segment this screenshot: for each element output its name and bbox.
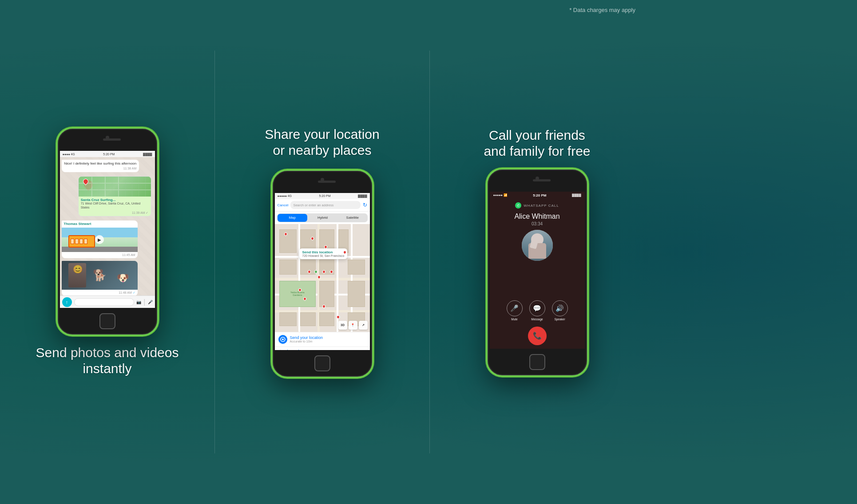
location-map-thumbnail: [79, 177, 151, 197]
phone-speaker-3: [533, 179, 551, 181]
home-button-3[interactable]: [529, 354, 545, 370]
thomas-stewart-video: Thomas Stewart: [62, 220, 138, 258]
data-charges-notice: * Data charges may apply: [569, 7, 635, 13]
sent-location-bubble: Santa Cruz Surfing... 71 West Cliff Driv…: [62, 175, 153, 218]
map-pin-10: [298, 288, 302, 291]
tab-map[interactable]: Map: [278, 214, 307, 222]
speaker-button[interactable]: 🔊: [552, 300, 568, 316]
map-view-tabs: Map Hybrid Satellite: [277, 213, 368, 222]
map-pin-2: [311, 237, 314, 240]
map-battery: ▓▓▓▓: [358, 194, 367, 197]
speaker-control[interactable]: 🔊 Speaker: [552, 300, 568, 321]
map-bottom-panel: Send your location Accurate to 10m ⌃ Sho…: [275, 332, 370, 350]
map-location-button[interactable]: ↗: [359, 321, 368, 330]
map-screen: ●●●●● 4G 5:20 PM ▓▓▓▓ Cancel Search or e…: [275, 193, 370, 350]
home-button-2[interactable]: [314, 355, 330, 371]
mute-button[interactable]: 🎤: [507, 300, 523, 316]
map-pin-3: [324, 245, 327, 248]
section-location: Share your location or nearby places ●●●…: [215, 0, 429, 504]
map-refresh-icon[interactable]: ↻: [363, 202, 367, 208]
message-button[interactable]: 💬: [529, 300, 545, 316]
location-name: Santa Cruz Surfing...: [81, 198, 149, 202]
whatsapp-icon: ✆: [515, 202, 521, 209]
sender-name: Thomas Stewart: [62, 220, 138, 227]
map-3d-button[interactable]: 3D: [338, 321, 347, 330]
map-pin-9: [317, 276, 321, 279]
call-interface: ●●●●● 📶 5:20 PM ▓▓▓▓ ✆ WHATSAPP CALL Ali…: [490, 192, 585, 349]
call-controls: 🎤 Mute 💬 Message 🔊 Speaker: [490, 297, 585, 324]
message-time: 11:45 AM: [62, 252, 138, 258]
call-signal: ●●●●● 📶: [493, 193, 508, 197]
phone-chat: ●●●● 4G 5:20 PM ▓▓▓▓ Nice! I definitely …: [56, 127, 159, 336]
phone-speaker: [103, 138, 121, 141]
tab-hybrid[interactable]: Hybrid: [308, 213, 337, 222]
tooltip-address: 720 Howard St, San Francisco: [302, 254, 345, 257]
home-button[interactable]: [99, 313, 115, 329]
map-pin-4: [343, 251, 346, 254]
tooltip-title: Send this location: [302, 250, 345, 254]
map-pin-11: [303, 297, 306, 300]
send-button[interactable]: ↑: [62, 297, 72, 307]
map-pin-5: [308, 270, 311, 273]
send-location-icon: [278, 335, 287, 344]
chevron-up-icon: ⌃: [278, 349, 282, 350]
search-placeholder: Search or enter an address: [293, 203, 333, 207]
section-call: * Data charges may apply Call your frien…: [430, 0, 644, 504]
chat-screen: ●●●● 4G 5:20 PM ▓▓▓▓ Nice! I definitely …: [60, 151, 155, 308]
send-location-text: Send your location Accurate to 10m: [290, 335, 323, 343]
section1-title: Send photos and videos instantly: [36, 345, 179, 377]
message-input[interactable]: [74, 298, 135, 306]
message-time: 11:38 AM: [64, 166, 137, 170]
end-call-button[interactable]: 📞: [524, 323, 550, 349]
show-places-row[interactable]: ⌃ Show Places: [275, 347, 370, 350]
call-app-label: ✆ WHATSAPP CALL: [490, 199, 585, 210]
time-display: 5:20 PM: [103, 153, 115, 156]
tab-satellite[interactable]: Satellite: [337, 213, 367, 222]
call-duration: 03:34: [490, 221, 585, 226]
section3-title: Call your friends and family for free: [484, 127, 590, 159]
send-location-row[interactable]: Send your location Accurate to 10m: [275, 332, 370, 347]
chat-input-bar: ↑ 📷 | 🎤: [60, 295, 155, 308]
camera-icon[interactable]: 📷: [136, 300, 141, 304]
location-tooltip: Send this location 720 Howard St, San Fr…: [299, 248, 348, 259]
avatar-image: [522, 230, 553, 261]
call-screen: ●●●●● 📶 5:20 PM ▓▓▓▓ ✆ WHATSAPP CALL Ali…: [490, 192, 585, 349]
call-time: 5:20 PM: [533, 193, 546, 197]
phone-call: ●●●●● 📶 5:20 PM ▓▓▓▓ ✆ WHATSAPP CALL Ali…: [486, 168, 588, 377]
message-control[interactable]: 💬 Message: [529, 300, 545, 321]
section2-title: Share your location or nearby places: [265, 126, 380, 158]
map-compass-button[interactable]: 📍: [349, 321, 357, 330]
phone-speaker-2: [318, 181, 336, 183]
map-pin-6: [314, 270, 317, 273]
call-battery: ▓▓▓▓: [572, 193, 581, 197]
location-info: Santa Cruz Surfing... 71 West Cliff Driv…: [79, 197, 151, 211]
map-time: 5:20 PM: [319, 194, 330, 197]
signal-dots: ●●●●● 4G: [278, 194, 292, 197]
section1-text: Send photos and videos instantly: [36, 345, 179, 377]
message-label: Message: [531, 318, 543, 321]
speaker-label: Speaker: [554, 318, 565, 321]
chat-messages-list: Nice! I definitely feel like surfing thi…: [60, 157, 155, 308]
map-grid: [79, 177, 151, 197]
map-pin-13: [337, 315, 340, 319]
call-status-bar: ●●●●● 📶 5:20 PM ▓▓▓▓: [490, 192, 585, 199]
contact-name: Alice Whitman: [490, 210, 585, 221]
message-text: Nice! I definitely feel like surfing thi…: [64, 161, 137, 166]
send-location-subtitle: Accurate to 10m: [290, 340, 323, 343]
map-search-bar[interactable]: Search or enter an address: [290, 201, 360, 209]
map-status-bar: ●●●●● 4G 5:20 PM ▓▓▓▓: [275, 193, 370, 199]
message-time: 11:39 AM ✓: [79, 211, 151, 216]
map-cancel-button[interactable]: Cancel: [278, 203, 289, 207]
mute-control[interactable]: 🎤 Mute: [507, 300, 523, 321]
video-thumbnail: ▶: [62, 228, 138, 252]
photo-message: 🐶 😊 11:48 AM: [62, 261, 138, 296]
section-photos: ●●●● 4G 5:20 PM ▓▓▓▓ Nice! I definitely …: [0, 0, 214, 504]
contact-avatar: [522, 230, 553, 261]
svg-point-6: [282, 339, 284, 340]
map-view-container: Cancel Search or enter an address ↻ Map …: [275, 199, 370, 350]
microphone-icon[interactable]: 🎤: [148, 300, 153, 304]
phone-map: ●●●●● 4G 5:20 PM ▓▓▓▓ Cancel Search or e…: [271, 169, 373, 378]
map-pin-8: [330, 270, 333, 273]
map-pin-12: [322, 305, 325, 308]
map-header: Cancel Search or enter an address ↻: [275, 199, 370, 212]
